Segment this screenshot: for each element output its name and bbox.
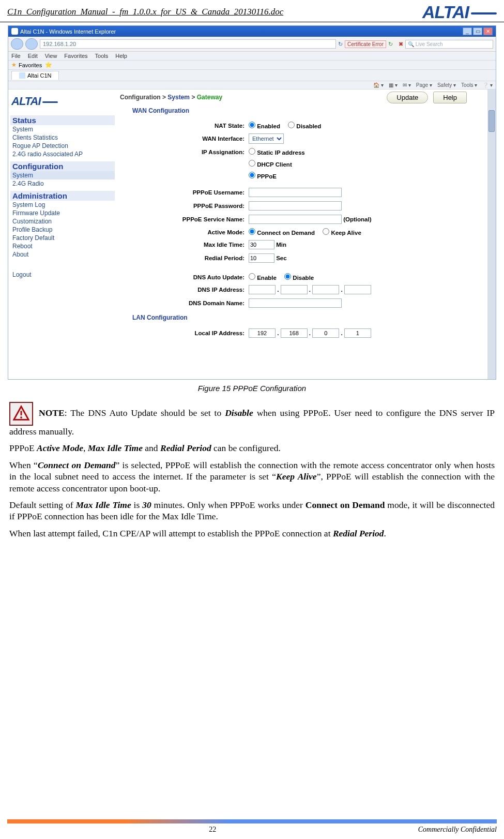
localip-oct1[interactable] (249, 328, 276, 338)
maxidle-input[interactable] (249, 240, 274, 249)
nav-rogue[interactable]: Rogue AP Detection (10, 142, 115, 150)
nav-clients[interactable]: Clients Statistics (10, 133, 115, 142)
lbl-localip: Local IP Address: (120, 326, 247, 340)
dns-enable[interactable]: Enable (249, 275, 277, 281)
pppoe-username-input[interactable] (249, 188, 342, 197)
update-button[interactable]: Update (387, 92, 428, 103)
ip-pppoe[interactable]: PPPoE (249, 173, 277, 179)
dnsip-oct1[interactable] (249, 285, 276, 294)
ip-dhcp[interactable]: DHCP Client (249, 161, 292, 168)
nav-backup[interactable]: Profile Backup (10, 226, 115, 234)
menu-edit[interactable]: Edit (28, 53, 38, 59)
redial-input[interactable] (249, 253, 274, 263)
dns-disable[interactable]: Disable (284, 275, 314, 281)
nav-about[interactable]: About (10, 250, 115, 259)
lbl-maxidle: Max Idle Time: (120, 238, 247, 251)
localip-oct4[interactable] (344, 328, 371, 338)
help-button[interactable]: Help (433, 92, 467, 103)
toolbar-page[interactable]: Page ▾ (416, 82, 432, 88)
nav-admin-head[interactable]: Administration (10, 191, 115, 201)
lan-section-head: LAN Configuration (132, 314, 478, 321)
cert-error-badge[interactable]: Certificate Error (345, 40, 386, 48)
toolbar-tools[interactable]: Tools ▾ (461, 82, 477, 88)
menu-view[interactable]: View (45, 53, 57, 59)
localip-oct3[interactable] (312, 328, 339, 338)
wan-form: NAT State: Enabled Disabled WAN Interfac… (120, 119, 478, 310)
nav-custom[interactable]: Customization (10, 217, 115, 226)
nav-syslog[interactable]: System Log (10, 201, 115, 209)
favorites-bar: ★ Favorites ⭐ (8, 61, 496, 70)
svg-point-2 (20, 416, 22, 418)
menu-help[interactable]: Help (115, 53, 127, 59)
nav-system[interactable]: System (10, 125, 115, 133)
search-box[interactable]: 🔍 Live Search (405, 40, 493, 49)
lbl-dnsdom: DNS Domain Name: (120, 296, 247, 310)
optional-label: (Optional) (343, 216, 371, 222)
url-field[interactable]: 192.168.1.20 (40, 39, 336, 49)
ip-static[interactable]: Static IP address (249, 149, 305, 156)
lbl-pppsvc: PPPoE Service Name: (120, 213, 247, 226)
back-button[interactable] (11, 38, 23, 50)
mode-keepalive[interactable]: Keep Alive (323, 230, 361, 236)
warning-icon (9, 402, 33, 426)
window-icon (11, 28, 18, 35)
mode-cod[interactable]: Connect on Demand (249, 230, 315, 236)
nav-fwupdate[interactable]: Firmware Update (10, 209, 115, 217)
home-icon[interactable]: 🏠 ▾ (373, 82, 384, 88)
nav-24g-assoc[interactable]: 2.4G radio Associated AP (10, 150, 115, 158)
nav-logout[interactable]: Logout (10, 271, 115, 278)
stop-icon[interactable]: ✖ (399, 41, 403, 48)
window-controls: _ ▭ ✕ (463, 27, 493, 35)
favorites-label[interactable]: Favorites (19, 62, 42, 68)
top-buttons: Update Help (387, 92, 467, 103)
altai-logo: ALTAI (422, 3, 497, 21)
nav-config-24g[interactable]: 2.4G Radio (10, 179, 115, 188)
dnsip-oct2[interactable] (281, 285, 308, 294)
refresh2-icon[interactable]: ↻ (388, 41, 396, 48)
lbl-ppppass: PPPoE Password: (120, 199, 247, 213)
dnsdomain-input[interactable] (249, 298, 342, 308)
lbl-dnsip: DNS IP Address: (120, 283, 247, 296)
close-button[interactable]: ✕ (483, 27, 493, 35)
lbl-ipassign: IP Assignation: (120, 146, 247, 158)
nat-enabled[interactable]: Enabled (249, 123, 280, 129)
nav-config-system[interactable]: System (10, 171, 115, 179)
toolbar-safety[interactable]: Safety ▾ (437, 82, 456, 88)
dnsip-oct4[interactable] (344, 285, 371, 294)
pppoe-service-input[interactable] (249, 215, 342, 224)
favorites-star-icon[interactable]: ★ (11, 62, 17, 68)
menu-tools[interactable]: Tools (95, 53, 109, 59)
favorites-folder-icon[interactable]: ⭐ (45, 62, 52, 68)
feed-icon[interactable]: ▦ ▾ (389, 82, 398, 88)
figure-caption: Figure 15 PPPoE Configuration (0, 384, 504, 393)
forward-button[interactable] (25, 38, 38, 50)
nav-config-head[interactable]: Configuration (10, 161, 115, 171)
maximize-button[interactable]: ▭ (473, 27, 482, 35)
left-nav: ALTAI Status System Clients Statistics R… (8, 89, 117, 379)
localip-oct2[interactable] (281, 328, 308, 338)
ie-screenshot: Altai C1N - Windows Internet Explorer _ … (8, 25, 496, 380)
pppoe-password-input[interactable] (249, 201, 342, 211)
wan-interface-select[interactable]: Ethernet (249, 133, 284, 144)
lbl-active: Active Mode: (120, 226, 247, 238)
minimize-button[interactable]: _ (463, 27, 472, 35)
page-footer: 22 Commercially Confidential (0, 819, 504, 834)
nav-factory[interactable]: Factory Default (10, 234, 115, 242)
browser-tab[interactable]: Altai C1N (11, 71, 59, 80)
dnsip-oct3[interactable] (312, 285, 339, 294)
toolbar-help[interactable]: ❔ ▾ (482, 82, 493, 88)
menu-file[interactable]: File (11, 53, 21, 59)
address-bar: 192.168.1.20 ↻ Certificate Error ↻ ✖ 🔍 L… (8, 37, 496, 52)
lbl-pppuser: PPPoE Username: (120, 186, 247, 199)
menu-favorites[interactable]: Favorites (64, 53, 87, 59)
nav-reboot[interactable]: Reboot (10, 242, 115, 250)
window-titlebar: Altai C1N - Windows Internet Explorer _ … (8, 26, 496, 37)
nav-status-head[interactable]: Status (10, 115, 115, 125)
footer-confidential: Commercially Confidential (418, 826, 497, 834)
window-title-text: Altai C1N - Windows Internet Explorer (20, 28, 116, 35)
refresh-icon[interactable]: ↻ (338, 41, 343, 48)
nat-disabled[interactable]: Disabled (288, 123, 321, 129)
mail-icon[interactable]: ✉ ▾ (403, 82, 411, 88)
menu-bar: File Edit View Favorites Tools Help (8, 52, 496, 61)
altai-logo-small: ALTAI (10, 93, 115, 112)
